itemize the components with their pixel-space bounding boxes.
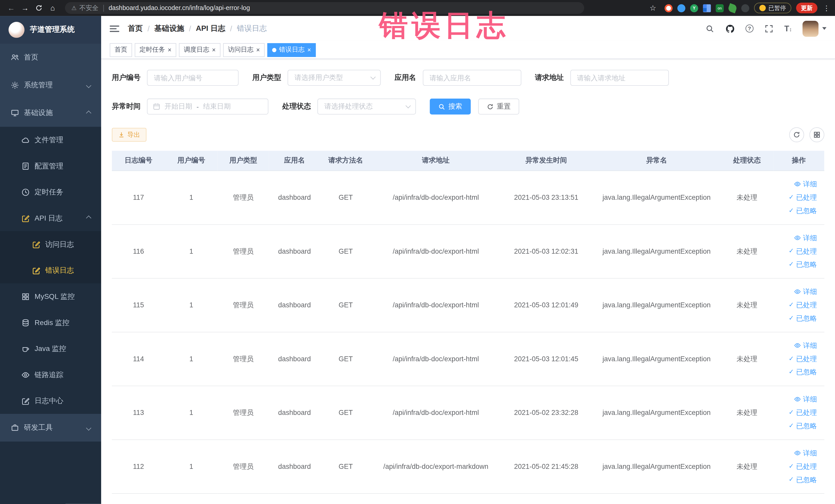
user-menu[interactable] [802, 21, 826, 37]
detail-link[interactable]: 详细 [773, 177, 817, 191]
address-bar[interactable]: ⚠ 不安全 dashboard.yudao.iocoder.cn/infra/l… [65, 2, 584, 14]
sidebar-item-scheduled-tasks[interactable]: 定时任务 [0, 179, 101, 205]
cell-exception-name: java.lang.IllegalArgumentException [592, 386, 721, 440]
ignored-link[interactable]: ✓已忽略 [773, 473, 817, 486]
tag-close-icon[interactable]: × [212, 47, 216, 53]
browser-menu-icon[interactable]: ⋮ [822, 4, 831, 12]
tag-close-icon[interactable]: × [168, 47, 171, 53]
extension-leaf-icon[interactable] [728, 3, 738, 13]
detail-link[interactable]: 详细 [773, 339, 817, 352]
breadcrumb-api-log[interactable]: API 日志 [196, 24, 225, 33]
paused-extension-button[interactable]: 已暂停 [754, 3, 791, 13]
breadcrumb-infrastructure[interactable]: 基础设施 [154, 24, 184, 33]
tag-close-icon[interactable]: × [307, 47, 311, 53]
processed-link[interactable]: ✓已处理 [773, 298, 817, 312]
sidebar-item-file-management[interactable]: 文件管理 [0, 127, 101, 153]
briefcase-icon [11, 423, 19, 432]
cell-request-url: /api/infra/db-doc/export-html [371, 224, 500, 278]
page-content: 用户编号 用户类型 请选择用户类型 应用名 [101, 59, 835, 504]
detail-link[interactable]: 详细 [773, 392, 817, 406]
user-id-input[interactable] [147, 70, 239, 86]
browser-update-button[interactable]: 更新 [796, 3, 817, 13]
sidebar-item-access-log[interactable]: 访问日志 [0, 231, 101, 257]
breadcrumb-home[interactable]: 首页 [128, 24, 143, 33]
processed-link[interactable]: ✓已处理 [773, 352, 817, 365]
github-icon[interactable] [725, 24, 735, 33]
chevron-down-icon [370, 75, 376, 80]
column-settings-button[interactable] [809, 127, 824, 142]
hamburger-icon[interactable] [109, 25, 119, 32]
sidebar-item-config-management[interactable]: 配置管理 [0, 153, 101, 179]
sidebar-item-mysql-monitor[interactable]: MySQL 监控 [0, 283, 101, 310]
extension-paw-icon[interactable] [741, 4, 749, 12]
reset-button[interactable]: 重置 [478, 99, 519, 115]
ignored-link[interactable]: ✓已忽略 [773, 365, 817, 379]
sidebar-item-log-center[interactable]: 日志中心 [0, 388, 101, 414]
detail-link[interactable]: 详细 [773, 285, 817, 298]
help-icon[interactable]: ? [746, 24, 753, 32]
start-date-placeholder: 开始日期 [165, 102, 192, 111]
request-url-input[interactable] [570, 70, 669, 86]
ignored-link[interactable]: ✓已忽略 [773, 204, 817, 218]
eye-icon [21, 370, 30, 379]
app-logo[interactable]: 芋道管理系统 [0, 16, 101, 44]
sidebar-item-system[interactable]: 系统管理 [0, 72, 101, 99]
bookmark-star-icon[interactable]: ☆ [646, 1, 660, 15]
ignored-link[interactable]: ✓已忽略 [773, 312, 817, 325]
logo-avatar [8, 22, 24, 38]
cell-status: 未处理 [721, 440, 773, 493]
cell-user-id: 1 [165, 224, 218, 278]
date-range-picker[interactable]: 开始日期 - 结束日期 [147, 99, 268, 115]
processed-link[interactable]: ✓已处理 [773, 406, 817, 419]
browser-home-icon[interactable]: ⌂ [46, 1, 60, 15]
font-size-icon[interactable]: T↕ [785, 24, 792, 33]
check-icon: ✓ [789, 258, 794, 271]
browser-back-icon[interactable]: ← [4, 1, 18, 15]
extension-on-icon[interactable]: on [716, 4, 724, 12]
cell-method: GET [320, 440, 372, 493]
cell-exception-time: 2021-05-02 21:45:28 [500, 440, 592, 493]
processed-link[interactable]: ✓已处理 [773, 244, 817, 258]
check-icon: ✓ [789, 352, 794, 365]
eye-icon [794, 288, 801, 295]
sidebar-item-api-log[interactable]: API 日志 [0, 205, 101, 231]
browser-toolbar: ← → ⌂ ⚠ 不安全 dashboard.yudao.iocoder.cn/i… [0, 0, 835, 16]
detail-link[interactable]: 详细 [773, 231, 817, 244]
ignored-link[interactable]: ✓已忽略 [773, 258, 817, 271]
refresh-table-button[interactable] [789, 127, 804, 142]
extension-target-icon[interactable] [665, 4, 673, 12]
search-icon[interactable] [705, 24, 714, 33]
extension-drop-icon[interactable] [677, 4, 685, 12]
monitor-icon [11, 108, 19, 117]
processed-link[interactable]: ✓已处理 [773, 191, 817, 204]
tag-schedule-log[interactable]: 调度日志 × [179, 43, 221, 57]
detail-link[interactable]: 详细 [773, 446, 817, 460]
browser-actions: ☆ Y on 已暂停 更新 ⋮ [646, 1, 831, 15]
process-status-select[interactable]: 请选择处理状态 [317, 99, 416, 115]
tag-access-log[interactable]: 访问日志 × [223, 43, 265, 57]
tag-error-log[interactable]: 错误日志 × [267, 43, 316, 57]
col-request-url: 请求地址 [371, 151, 500, 170]
search-button[interactable]: 搜索 [430, 99, 471, 115]
tag-close-icon[interactable]: × [256, 47, 260, 53]
sidebar-item-redis-monitor[interactable]: Redis 监控 [0, 309, 101, 336]
sidebar-item-infrastructure[interactable]: 基础设施 [0, 99, 101, 127]
sidebar-item-error-log[interactable]: 错误日志 [0, 257, 101, 283]
fullscreen-icon[interactable] [764, 24, 774, 33]
sidebar-item-trace[interactable]: 链路追踪 [0, 362, 101, 388]
export-button[interactable]: 导出 [112, 128, 147, 142]
tag-home[interactable]: 首页 [109, 43, 132, 57]
processed-link[interactable]: ✓已处理 [773, 460, 817, 473]
extension-grid-icon[interactable] [703, 4, 711, 12]
app-name-input[interactable] [423, 70, 521, 86]
browser-forward-icon[interactable]: → [18, 1, 32, 15]
download-icon [118, 132, 125, 138]
tag-scheduled-tasks[interactable]: 定时任务 × [135, 43, 176, 57]
user-type-select[interactable]: 请选择用户类型 [287, 70, 381, 86]
browser-reload-icon[interactable] [32, 1, 46, 15]
extension-y-icon[interactable]: Y [690, 4, 698, 12]
sidebar-item-java-monitor[interactable]: Java 监控 [0, 336, 101, 362]
sidebar-item-home[interactable]: 首页 [0, 44, 101, 72]
ignored-link[interactable]: ✓已忽略 [773, 419, 817, 432]
sidebar-item-dev-tools[interactable]: 研发工具 [0, 414, 101, 442]
